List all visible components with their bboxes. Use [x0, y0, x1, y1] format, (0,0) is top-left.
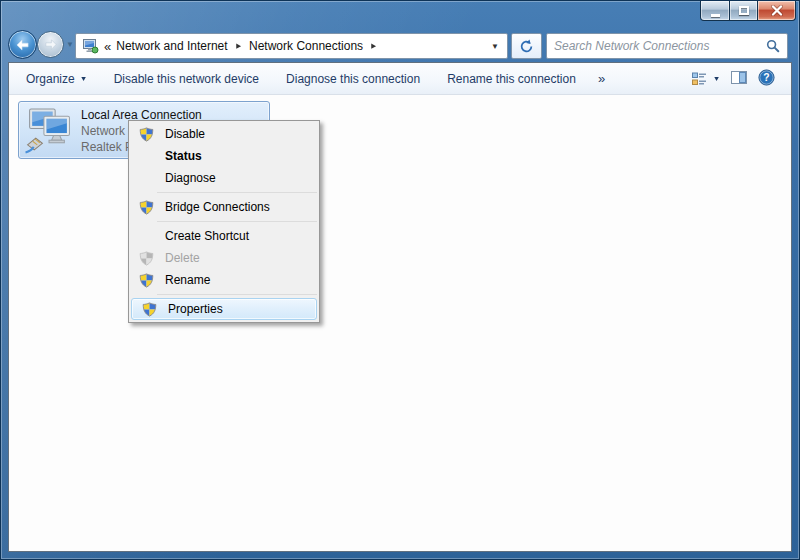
- menu-item-diagnose[interactable]: Diagnose: [129, 167, 319, 189]
- network-connections-icon[interactable]: [82, 38, 99, 54]
- preview-pane-button[interactable]: [731, 71, 747, 87]
- menu-item-delete: Delete: [129, 247, 319, 269]
- menu-item-disable[interactable]: Disable: [129, 123, 319, 145]
- minimize-button[interactable]: [700, 1, 730, 21]
- search-input[interactable]: [554, 39, 766, 53]
- command-toolbar: Organize ▼ Disable this network device D…: [9, 63, 791, 95]
- address-bar[interactable]: « Network and Internet ▶ Network Connect…: [75, 33, 508, 59]
- search-icon: [766, 39, 780, 53]
- disable-device-label: Disable this network device: [114, 72, 259, 86]
- svg-text:?: ?: [763, 72, 769, 83]
- rename-connection-button[interactable]: Rename this connection: [447, 72, 576, 86]
- help-button[interactable]: ?: [758, 69, 775, 89]
- views-icon: [692, 72, 707, 86]
- explorer-window: ▼ « Network and Internet ▶ Network Conne…: [0, 0, 800, 560]
- toolbar-overflow-chevron[interactable]: »: [598, 71, 605, 86]
- diagnose-connection-button[interactable]: Diagnose this connection: [286, 72, 420, 86]
- address-dropdown-arrow[interactable]: ▼: [491, 42, 501, 51]
- breadcrumb-separator-icon[interactable]: ▶: [369, 42, 379, 50]
- menu-item-rename[interactable]: Rename: [129, 269, 319, 291]
- breadcrumb-network-and-internet[interactable]: Network and Internet: [116, 39, 227, 53]
- menu-item-label: Rename: [165, 273, 210, 287]
- rename-connection-label: Rename this connection: [447, 72, 576, 86]
- menu-item-label: Properties: [168, 302, 223, 316]
- organize-label: Organize: [26, 72, 75, 86]
- breadcrumb-separator-icon[interactable]: ▶: [233, 42, 243, 50]
- menu-item-label: Create Shortcut: [165, 229, 249, 243]
- forward-button[interactable]: [37, 31, 64, 58]
- menu-item-label: Disable: [165, 127, 205, 141]
- menu-item-label: Diagnose: [165, 171, 216, 185]
- menu-item-properties[interactable]: Properties: [131, 298, 317, 320]
- organize-button[interactable]: Organize ▼: [26, 72, 87, 86]
- menu-item-label: Bridge Connections: [165, 200, 270, 214]
- back-arrow-icon: [16, 39, 29, 51]
- uac-shield-icon: [129, 273, 154, 288]
- menu-item-create-shortcut[interactable]: Create Shortcut: [129, 225, 319, 247]
- forward-arrow-icon: [45, 39, 57, 50]
- maximize-icon: [739, 6, 749, 15]
- search-box[interactable]: [546, 33, 788, 59]
- window-controls: [700, 1, 796, 21]
- uac-shield-icon: [132, 302, 157, 317]
- refresh-button[interactable]: [511, 33, 542, 59]
- close-icon: [771, 5, 783, 16]
- uac-shield-icon-disabled: [129, 251, 154, 266]
- close-button[interactable]: [758, 1, 796, 21]
- context-menu: Disable Status Diagnose Bri: [128, 120, 320, 323]
- uac-shield-icon: [129, 200, 154, 215]
- breadcrumb-network-connections[interactable]: Network Connections: [249, 39, 363, 53]
- menu-separator: [157, 192, 317, 193]
- disable-device-button[interactable]: Disable this network device: [114, 72, 259, 86]
- minimize-icon: [711, 14, 720, 17]
- network-adapter-icon: [23, 107, 73, 154]
- back-button[interactable]: [8, 30, 37, 59]
- menu-item-label: Status: [165, 149, 202, 163]
- toolbar-right-group: ▼ ?: [692, 63, 775, 94]
- maximize-button[interactable]: [730, 1, 758, 21]
- preview-pane-icon: [731, 71, 747, 84]
- menu-separator: [157, 221, 317, 222]
- refresh-icon: [519, 39, 534, 54]
- menu-separator: [157, 294, 317, 295]
- uac-shield-icon: [129, 127, 154, 142]
- menu-item-status[interactable]: Status: [129, 145, 319, 167]
- recent-pages-dropdown[interactable]: ▼: [66, 40, 74, 49]
- help-icon: ?: [758, 69, 775, 86]
- menu-item-label: Delete: [165, 251, 200, 265]
- menu-item-bridge-connections[interactable]: Bridge Connections: [129, 196, 319, 218]
- chevron-down-icon: ▼: [79, 75, 87, 82]
- breadcrumb-overflow-chevron[interactable]: «: [104, 39, 111, 54]
- diagnose-connection-label: Diagnose this connection: [286, 72, 420, 86]
- change-view-button[interactable]: ▼: [692, 72, 720, 86]
- chevron-down-icon: ▼: [713, 75, 721, 82]
